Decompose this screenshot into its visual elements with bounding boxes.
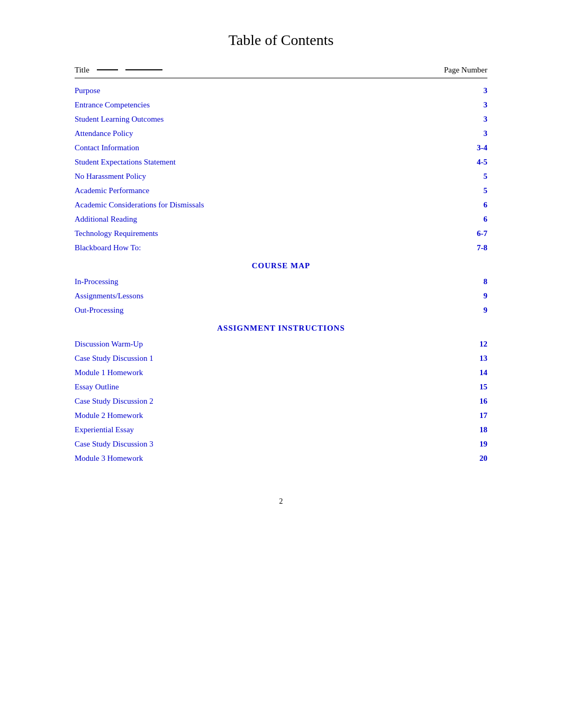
toc-entry-page: 18 [472, 425, 487, 434]
toc-entry-page: 5 [472, 172, 487, 181]
toc-entry-page: 6 [472, 201, 487, 210]
toc-entry-title[interactable]: Out-Processing [75, 306, 124, 315]
toc-entry: Attendance Policy 3 [75, 126, 487, 141]
toc-entry: Module 2 Homework 17 [75, 408, 487, 423]
toc-entry-page: 3 [472, 129, 487, 138]
toc-entry: Purpose 3 [75, 84, 487, 98]
toc-entry-title[interactable]: Experiential Essay [75, 425, 134, 434]
toc-entry: Academic Considerations for Dismissals 6 [75, 198, 487, 212]
toc-entry-page: 20 [472, 454, 487, 463]
page-container: Table of Contents Title Page Number Purp… [75, 32, 487, 506]
toc-entry-page: 12 [472, 340, 487, 349]
toc-entry-title[interactable]: No Harassment Policy [75, 172, 146, 181]
toc-header-title: Title [75, 66, 162, 75]
toc-entry: No Harassment Policy 5 [75, 169, 487, 184]
toc-entry-title[interactable]: Module 1 Homework [75, 368, 143, 377]
toc-entry-title[interactable]: Module 3 Homework [75, 454, 143, 463]
toc-entry: Blackboard How To: 7-8 [75, 241, 487, 255]
toc-entry-title[interactable]: Entrance Competencies [75, 101, 150, 110]
toc-entry-title[interactable]: In-Processing [75, 277, 119, 286]
toc-entry-page: 9 [472, 306, 487, 315]
toc-entries-main: Purpose 3 Entrance Competencies 3 Studen… [75, 84, 487, 255]
toc-entry-page: 5 [472, 186, 487, 195]
decorative-line-1 [97, 69, 118, 70]
toc-entry-title[interactable]: Academic Considerations for Dismissals [75, 201, 204, 210]
toc-header-page: Page Number [444, 66, 487, 75]
toc-entry-title[interactable]: Student Learning Outcomes [75, 115, 164, 124]
toc-entry-title[interactable]: Technology Requirements [75, 229, 158, 238]
toc-entry-page: 6-7 [472, 229, 487, 238]
toc-entry-page: 19 [472, 440, 487, 449]
assignment-instructions-header: ASSIGNMENT INSTRUCTIONS [75, 317, 487, 337]
toc-entry-page: 14 [472, 368, 487, 377]
toc-entry-page: 9 [472, 292, 487, 301]
toc-entry-page: 17 [472, 411, 487, 420]
toc-header: Title Page Number [75, 66, 487, 78]
toc-entry: Entrance Competencies 3 [75, 98, 487, 112]
toc-entry: Technology Requirements 6-7 [75, 226, 487, 241]
page-title: Table of Contents [75, 32, 487, 49]
toc-entry-page: 4-5 [472, 158, 487, 167]
toc-entry-page: 3 [472, 86, 487, 95]
toc-entry-title[interactable]: Essay Outline [75, 383, 119, 392]
toc-entry-title[interactable]: Case Study Discussion 1 [75, 354, 153, 363]
toc-entry-title[interactable]: Additional Reading [75, 215, 137, 224]
toc-entry: Student Expectations Statement 4-5 [75, 155, 487, 169]
toc-entry-title[interactable]: Case Study Discussion 2 [75, 397, 153, 406]
toc-entry: Essay Outline 15 [75, 380, 487, 394]
toc-entry: Module 1 Homework 14 [75, 366, 487, 380]
toc-entry-page: 3 [472, 101, 487, 110]
toc-entry: Discussion Warm-Up 12 [75, 337, 487, 351]
toc-entry-title[interactable]: Purpose [75, 86, 100, 95]
toc-entry: Experiential Essay 18 [75, 423, 487, 437]
toc-entry: Module 3 Homework 20 [75, 451, 487, 466]
toc-entry: Case Study Discussion 1 13 [75, 351, 487, 366]
toc-entries-course-map: In-Processing 8 Assignments/Lessons 9 Ou… [75, 275, 487, 317]
toc-entry-title[interactable]: Contact Information [75, 143, 139, 152]
decorative-line-2 [125, 69, 162, 70]
toc-entry: Out-Processing 9 [75, 303, 487, 317]
toc-entry: Student Learning Outcomes 3 [75, 112, 487, 126]
toc-entry-title[interactable]: Discussion Warm-Up [75, 340, 143, 349]
toc-entry-title[interactable]: Case Study Discussion 3 [75, 440, 153, 449]
toc-entry: Case Study Discussion 2 16 [75, 394, 487, 408]
toc-entry: Academic Performance 5 [75, 184, 487, 198]
course-map-header: COURSE MAP [75, 255, 487, 275]
page-number: 2 [75, 497, 487, 506]
toc-entry-title[interactable]: Academic Performance [75, 186, 149, 195]
toc-entry-page: 8 [472, 277, 487, 286]
toc-entry: Additional Reading 6 [75, 212, 487, 226]
toc-entry-page: 15 [472, 383, 487, 392]
toc-entry: Assignments/Lessons 9 [75, 289, 487, 303]
toc-entry-title[interactable]: Module 2 Homework [75, 411, 143, 420]
toc-entry-title[interactable]: Student Expectations Statement [75, 158, 176, 167]
toc-entry-title[interactable]: Blackboard How To: [75, 243, 141, 252]
toc-entry-page: 7-8 [472, 243, 487, 252]
toc-entries-assignment-instructions: Discussion Warm-Up 12 Case Study Discuss… [75, 337, 487, 466]
toc-entry: Contact Information 3-4 [75, 141, 487, 155]
toc-entry-page: 13 [472, 354, 487, 363]
toc-entry-page: 3 [472, 115, 487, 124]
toc-entry-page: 6 [472, 215, 487, 224]
toc-entry-page: 16 [472, 397, 487, 406]
toc-entry-page: 3-4 [472, 143, 487, 152]
toc-entry: Case Study Discussion 3 19 [75, 437, 487, 451]
toc-entry: In-Processing 8 [75, 275, 487, 289]
toc-entry-title[interactable]: Attendance Policy [75, 129, 133, 138]
toc-entry-title[interactable]: Assignments/Lessons [75, 292, 143, 301]
